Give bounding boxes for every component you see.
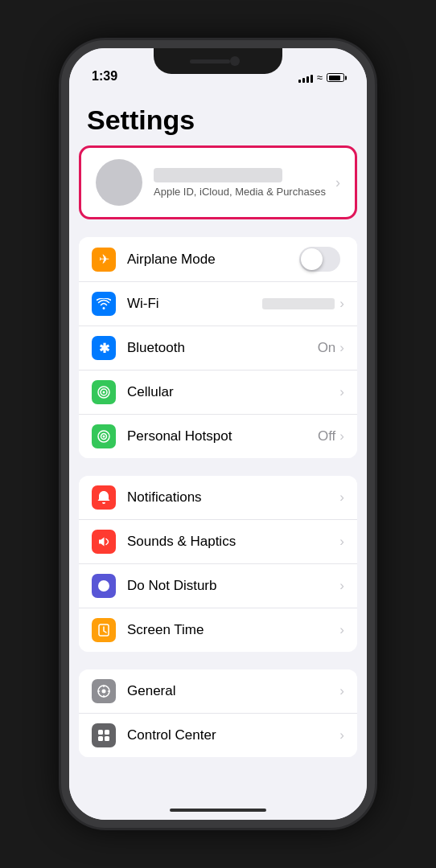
screen: 1:39 ≈ Settings xyxy=(69,48,367,820)
wifi-network-name xyxy=(262,298,335,309)
do-not-disturb-icon xyxy=(92,574,116,598)
status-time: 1:39 xyxy=(92,69,117,84)
bluetooth-chevron: › xyxy=(339,340,344,356)
bluetooth-value: On xyxy=(318,340,336,356)
general-chevron: › xyxy=(339,683,344,699)
battery-icon xyxy=(327,73,344,82)
connectivity-group: ✈ Airplane Mode xyxy=(79,237,357,458)
power-button[interactable] xyxy=(374,209,375,281)
svg-point-2 xyxy=(103,391,105,394)
apple-id-sub: Apple ID, iCloud, Media & Purchases xyxy=(154,186,329,198)
svg-rect-10 xyxy=(105,736,109,741)
front-camera xyxy=(230,56,240,66)
personal-hotspot-row[interactable]: Personal Hotspot Off › xyxy=(79,415,357,458)
general-label: General xyxy=(127,683,339,699)
personal-hotspot-chevron: › xyxy=(339,428,344,444)
general-row[interactable]: General › xyxy=(79,669,357,714)
personal-hotspot-label: Personal Hotspot xyxy=(127,428,318,444)
wifi-icon: ≈ xyxy=(317,72,323,84)
personal-hotspot-value: Off xyxy=(318,428,335,444)
bluetooth-row[interactable]: ✱ Bluetooth On › xyxy=(79,326,357,371)
speaker xyxy=(190,59,230,63)
avatar xyxy=(96,159,142,206)
volume-down-button[interactable] xyxy=(61,253,62,301)
do-not-disturb-label: Do Not Disturb xyxy=(127,578,339,594)
apple-id-chevron: › xyxy=(335,174,340,191)
notifications-group: Notifications › Sounds & Haptics › xyxy=(79,476,357,652)
wifi-chevron: › xyxy=(339,296,344,312)
cellular-chevron: › xyxy=(339,384,344,400)
general-group: General › Control Center › xyxy=(79,669,357,757)
sounds-haptics-chevron: › xyxy=(339,534,344,550)
apple-id-row[interactable]: Apple ID, iCloud, Media & Purchases › xyxy=(79,145,357,219)
status-icons: ≈ xyxy=(298,72,344,84)
volume-up-button[interactable] xyxy=(61,193,62,241)
wifi-row[interactable]: Wi-Fi › xyxy=(79,282,357,326)
control-center-label: Control Center xyxy=(127,727,339,743)
control-center-icon xyxy=(92,723,116,747)
cellular-row[interactable]: Cellular › xyxy=(79,371,357,415)
wifi-label: Wi-Fi xyxy=(127,296,262,312)
airplane-mode-icon: ✈ xyxy=(92,248,116,272)
phone-frame: 1:39 ≈ Settings xyxy=(61,40,375,828)
airplane-mode-toggle[interactable] xyxy=(299,247,340,272)
sounds-haptics-label: Sounds & Haptics xyxy=(127,534,339,550)
screen-time-row[interactable]: Screen Time › xyxy=(79,608,357,652)
toggle-knob xyxy=(301,248,323,270)
airplane-mode-row[interactable]: ✈ Airplane Mode xyxy=(79,237,357,282)
control-center-row[interactable]: Control Center › xyxy=(79,714,357,757)
screen-time-icon xyxy=(92,618,116,642)
bluetooth-icon: ✱ xyxy=(92,336,116,360)
do-not-disturb-row[interactable]: Do Not Disturb › xyxy=(79,564,357,608)
do-not-disturb-chevron: › xyxy=(339,578,344,594)
notifications-row[interactable]: Notifications › xyxy=(79,476,357,520)
screen-time-label: Screen Time xyxy=(127,622,339,638)
airplane-mode-label: Airplane Mode xyxy=(127,252,299,268)
general-icon xyxy=(92,679,116,703)
svg-point-3 xyxy=(103,436,105,438)
signal-icon xyxy=(298,73,313,83)
svg-rect-9 xyxy=(98,736,103,741)
notifications-chevron: › xyxy=(339,489,344,506)
wifi-icon-row xyxy=(92,292,116,316)
cellular-icon xyxy=(92,380,116,404)
notifications-icon xyxy=(92,485,116,510)
personal-hotspot-icon xyxy=(92,424,116,448)
sounds-haptics-row[interactable]: Sounds & Haptics › xyxy=(79,520,357,564)
sounds-haptics-icon xyxy=(92,530,116,554)
notifications-label: Notifications xyxy=(127,489,339,506)
svg-rect-8 xyxy=(105,730,109,735)
notch xyxy=(154,48,282,74)
apple-id-name-blurred xyxy=(154,168,282,182)
control-center-chevron: › xyxy=(339,727,344,743)
screen-time-chevron: › xyxy=(339,622,344,638)
home-indicator[interactable] xyxy=(170,809,266,812)
svg-point-6 xyxy=(102,690,106,694)
apple-id-info: Apple ID, iCloud, Media & Purchases xyxy=(154,168,329,198)
bluetooth-label: Bluetooth xyxy=(127,340,318,356)
cellular-label: Cellular xyxy=(127,384,339,400)
page-title: Settings xyxy=(69,92,367,145)
svg-rect-7 xyxy=(98,730,103,735)
